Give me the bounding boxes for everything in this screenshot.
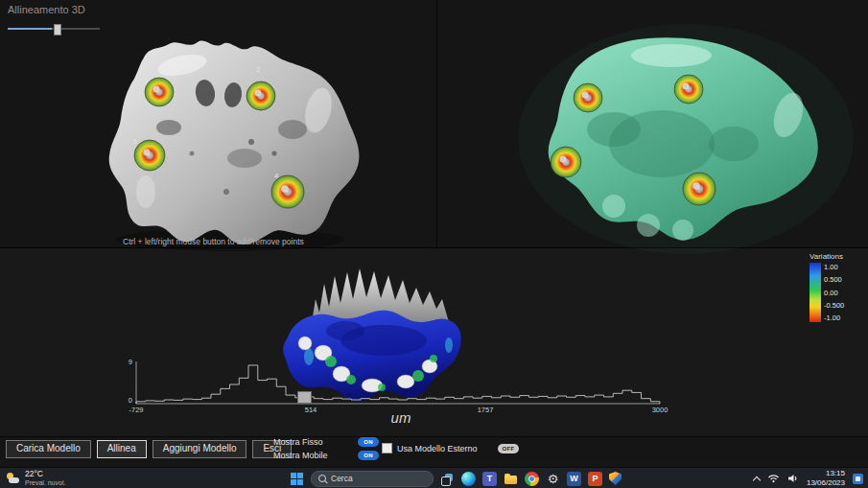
external-model-label: Usa Modello Esterno bbox=[397, 444, 478, 453]
alignment-marker[interactable] bbox=[134, 140, 165, 171]
histogram-handle[interactable] bbox=[297, 391, 312, 404]
clock-widget[interactable]: 13:15 13/06/2023 bbox=[807, 469, 845, 488]
teams-icon[interactable]: T bbox=[482, 472, 497, 486]
align-button[interactable]: Allinea bbox=[97, 440, 147, 458]
alignment-marker[interactable] bbox=[674, 75, 703, 104]
fixed-model[interactable]: 1 2 3 4 bbox=[109, 40, 360, 251]
show-fixed-toggle[interactable]: ON bbox=[358, 437, 379, 447]
show-fixed-label: Mostra Fisso bbox=[273, 437, 358, 447]
show-mobile-row: Mostra Mobile ON bbox=[273, 451, 379, 460]
viewport-hint: Ctrl + left/right mouse button to add/re… bbox=[123, 237, 304, 246]
variations-legend: Variations 1.00 0.500 0.00 -0.500 -1.00 bbox=[809, 252, 844, 322]
system-tray: 13:15 13/06/2023 bbox=[754, 468, 863, 488]
mobile-model[interactable] bbox=[518, 24, 854, 254]
alignment-marker[interactable] bbox=[551, 147, 581, 177]
file-explorer-icon[interactable] bbox=[504, 472, 518, 486]
alignment-marker[interactable] bbox=[683, 173, 716, 205]
taskbar-center: Cerca T ⚙ W P bbox=[290, 469, 622, 488]
search-label: Cerca bbox=[331, 474, 353, 483]
volume-icon[interactable] bbox=[787, 474, 799, 483]
histogram-xtick: 1757 bbox=[478, 406, 494, 414]
start-button[interactable] bbox=[290, 472, 304, 486]
legend-tick: -0.500 bbox=[824, 301, 844, 310]
weather-desc: Preval. nuvol. bbox=[25, 479, 65, 487]
legend-ticks: 1.00 0.500 0.00 -0.500 -1.00 bbox=[824, 263, 844, 322]
powerpoint-icon[interactable]: P bbox=[588, 472, 602, 486]
histogram-xtick: -729 bbox=[129, 406, 143, 414]
slider-fill bbox=[8, 28, 52, 30]
external-model-toggle[interactable]: OFF bbox=[498, 444, 519, 453]
slider-thumb[interactable] bbox=[54, 24, 61, 35]
tray-chevron-up-icon[interactable] bbox=[753, 476, 761, 483]
weather-temp: 22°C bbox=[25, 470, 65, 479]
external-model-row: Usa Modello Esterno bbox=[382, 443, 478, 453]
taskbar: 22°C Preval. nuvol. Cerca T ⚙ W P bbox=[0, 467, 868, 488]
legend-tick: -1.00 bbox=[824, 314, 844, 322]
legend-gradient-bar bbox=[809, 263, 821, 322]
search-icon bbox=[318, 475, 326, 482]
add-model-button[interactable]: Aggiungi Modello bbox=[152, 440, 247, 458]
legend-tick: 0.00 bbox=[824, 289, 844, 297]
show-mobile-toggle[interactable]: ON bbox=[358, 451, 379, 460]
task-view-icon[interactable] bbox=[440, 472, 455, 486]
tray-date: 13/06/2023 bbox=[807, 478, 845, 488]
alignment-slider[interactable] bbox=[8, 23, 100, 35]
point-label: 2 bbox=[256, 65, 261, 74]
wifi-icon[interactable] bbox=[767, 474, 780, 483]
load-model-button[interactable]: Carica Modello bbox=[6, 440, 91, 458]
external-model-checkbox[interactable] bbox=[382, 443, 392, 453]
settings-icon[interactable]: ⚙ bbox=[546, 472, 560, 486]
show-mobile-label: Mostra Mobile bbox=[273, 451, 358, 460]
application-window: 1 2 3 4 bbox=[0, 0, 868, 488]
histogram-xtick: 514 bbox=[305, 406, 317, 414]
alignment-marker[interactable] bbox=[246, 81, 275, 110]
point-label: 1 bbox=[144, 76, 149, 84]
histogram-ymax-label: 9 bbox=[121, 358, 132, 366]
point-label: 3 bbox=[132, 137, 137, 146]
point-label: 4 bbox=[274, 172, 279, 180]
weather-widget[interactable]: 22°C Preval. nuvol. bbox=[5, 469, 65, 488]
legend-title: Variations bbox=[809, 252, 844, 261]
word-icon[interactable]: W bbox=[567, 472, 581, 486]
histogram-xtick: 3000 bbox=[652, 406, 669, 414]
alignment-marker[interactable] bbox=[145, 78, 174, 106]
deviation-model[interactable] bbox=[283, 268, 461, 401]
legend-tick: 1.00 bbox=[824, 263, 844, 271]
alignment-marker[interactable] bbox=[271, 175, 304, 208]
weather-icon bbox=[5, 472, 20, 485]
defender-icon[interactable] bbox=[609, 472, 622, 485]
tray-time: 13:15 bbox=[807, 469, 845, 478]
control-bar: Carica Modello Allinea Aggiungi Modello … bbox=[6, 440, 292, 458]
show-fixed-row: Mostra Fisso ON bbox=[273, 437, 379, 447]
windows-logo-icon bbox=[291, 473, 303, 485]
taskbar-search[interactable]: Cerca bbox=[311, 471, 434, 487]
chrome-icon[interactable] bbox=[525, 472, 539, 486]
histogram-ymin-label: 0 bbox=[121, 396, 132, 405]
edge-browser-icon[interactable] bbox=[461, 472, 476, 486]
histogram-unit-label: um bbox=[391, 409, 411, 426]
page-title: Allineamento 3D bbox=[8, 4, 85, 15]
notifications-icon[interactable] bbox=[853, 474, 863, 484]
legend-tick: 0.500 bbox=[824, 275, 844, 284]
alignment-marker[interactable] bbox=[574, 83, 602, 112]
